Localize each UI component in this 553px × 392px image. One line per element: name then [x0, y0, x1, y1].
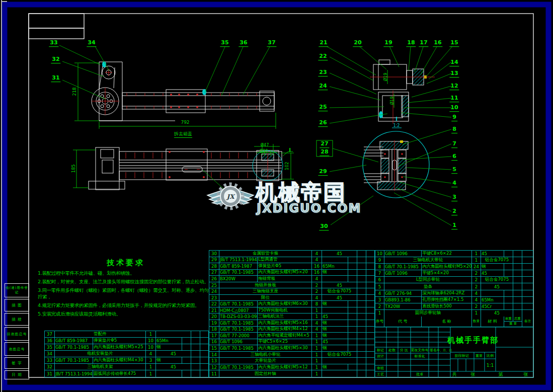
bom-row: 36GB/T 859-1987弹簧垫片Φ51065Mn [45, 338, 208, 344]
bom-header-unit-weight: 单重 [504, 317, 513, 321]
bom-row: 12GB/T 70.1-1985内六角圆柱头螺钉M5×121钢 [209, 364, 374, 371]
bom-row: 13大带轮垫片1 [209, 358, 374, 364]
cad-drawing-page: 3334323135363721201918171615141312111098… [0, 0, 553, 392]
watermark: JX 机械帝国 JXDIGUO.COM [205, 175, 366, 217]
titleblock-sign: 签名 [430, 348, 437, 353]
bom-table-right: 10GB/T 1096平键C8×6×221459三轴电机大带轮1铝合金70758… [375, 250, 533, 327]
bom-row: 11固定丝杆轴1 [209, 370, 374, 377]
bom-row: 19GB/T 70.1-1985内六角圆柱头螺钉M5×164钢 [209, 320, 374, 327]
view-side-elevation [92, 62, 274, 121]
drawing-title: 机械手手臂部 [447, 336, 499, 345]
bom-row: 30金属软管卡箍445 [209, 251, 374, 257]
titleblock-scale-value: 1:1 [487, 363, 494, 368]
bom-row: 31JB/T 7513.1-1994圆弧同步传动带长4751 [45, 370, 208, 377]
view-detail-I [364, 141, 408, 190]
bom-row: 26BX20W拖链背板4 [209, 276, 374, 282]
bom-header-weight-group: 单重 总重 重 量 [504, 317, 522, 327]
watermark-domain: JXDIGUO.COM [257, 201, 361, 215]
bom-row: 3GB893.1-86孔用弹性挡圈47×1.5465Mn [375, 297, 533, 303]
margin-trace-check: 描 校 [5, 313, 29, 326]
bom-row: 35GB/T 70.1-1985内六角圆柱头螺钉M5×2510钢 [45, 344, 208, 351]
title-block-grid [375, 327, 533, 377]
bom-header-row: 序号 代 号 名 称 数量 材 料 单重 总重 重 量 备注 [375, 317, 533, 327]
bom-header-no: 序号 [375, 317, 384, 327]
bom-row: 5垫条245 [375, 283, 533, 290]
margin-base-no: 底图总号 [5, 342, 29, 356]
titleblock-sheet-total: 共 [452, 371, 457, 378]
bom-row: 15GB/T 70.1-1985内六角圆柱头螺钉M5×301钢 [209, 345, 374, 352]
titleblock-sheet-no: 第 [499, 371, 503, 378]
bom-row: 2TX20W直线滑轨长500245Cr [375, 303, 533, 310]
titleblock-check: 审核 [377, 366, 384, 371]
tech-item-5: 5.安装完成后滑块应该能灵活顺利滑动。 [38, 310, 213, 317]
titleblock-approve: 批准 [416, 372, 423, 377]
bom-row: 28GB/T 859-1987弹簧垫片Φ51665Mn [209, 263, 374, 270]
bom-header-name: 名 称 [422, 317, 472, 327]
bom-row: 25拖链并接板245 [209, 282, 374, 289]
titleblock-mark: 标记 [377, 348, 384, 353]
yellow-fastener2 [400, 140, 403, 143]
titleblock-count: 处数 [388, 348, 396, 353]
bom-header-material: 材 料 [481, 317, 504, 327]
bom-row: 6L型同步带轮2铝合金7075 [375, 277, 533, 283]
bom-row: 29JB/T 7513.1-1994L型两通管4 [209, 257, 374, 264]
margin-old-base-no: 旧底图总号 [5, 327, 29, 341]
margin-signature: 签 字 [5, 357, 29, 369]
bom-header-total-weight: 总重 [513, 317, 522, 321]
titleblock-standardization: 标准化 [415, 354, 425, 359]
bom-row: 7GB/T 1096平键5×4×20245 [375, 270, 533, 277]
tech-item-3: 3.同一零件用多件螺钉（螺栓）紧固时，各螺钉（螺栓）需交叉、对称、逐步、均匀拧紧… [38, 287, 213, 300]
bom-row: 23限位445 [209, 295, 374, 301]
bom-row: 1圆同步带轮轴145 [375, 310, 533, 317]
titleblock-sheet-unit2: 张 [524, 371, 528, 378]
bom-row: 16GB/T 1096平键C5×6×25145 [209, 339, 374, 346]
bom-header-weight: 重 量 [504, 322, 522, 327]
bom-row: 18GB/T 70.1-1985内六角圆柱头螺钉M4×124钢 [209, 327, 374, 333]
bom-row: 32三轴电机支架145 [45, 364, 208, 370]
bom-row: 24三轴拖链支座2铝合金7075 [209, 288, 374, 295]
technical-requirements: 技术要求 1.装配过程中零件不允许磕、碰、划伤和锈蚀。 2.装配时，对管夹、支座… [38, 258, 213, 317]
bom-row: 14三轴电机小带轮1铝合金7075 [209, 352, 374, 358]
watermark-logo: JX [205, 176, 256, 216]
titleblock-zone: 分 区 [400, 348, 408, 353]
bom-row: 4GB/T 276-94深沟球轴承6204-2RZ4 [375, 290, 533, 297]
bom-row: 37管配件1 [45, 331, 208, 338]
bom-row: 34电机安装垫片445 [45, 351, 208, 357]
bom-row: 33GB/T 70.1-1985内六角圆柱头螺钉M4×303钢 [45, 357, 208, 364]
dimension-lines [73, 63, 394, 188]
bom-table-right-rows: 10GB/T 1096平键C8×6×221459三轴电机大带轮1铝合金70758… [375, 251, 533, 317]
tech-item-2: 2.装配时，对管夹、支座、法兰及接头等用螺纹连接固定的部位要拧紧，防止松动。 [38, 278, 213, 285]
tech-item-1: 1.装配过程中零件不允许磕、碰、划伤和锈蚀。 [38, 270, 213, 276]
bom-row: 20TB-DZS-03-03-09三轴电机法兰145 [209, 313, 374, 320]
tech-title: 技术要求 [68, 258, 184, 268]
titleblock-stage-mark: 阶段标记 [455, 353, 469, 358]
bom-row: 22GB/T 70.1-1985内六角圆柱头螺钉M6×308钢 [209, 301, 374, 307]
bom-table-left: 37管配件136GB/T 859-1987弹簧垫片Φ51065Mn35GB/T … [44, 331, 209, 377]
bom-header-code: 代 号 [384, 317, 422, 327]
bom-header-qty: 数量 [472, 317, 481, 327]
titleblock-change-no: 更改文件号 [411, 348, 429, 353]
tech-item-4: 4.规定拧紧力矩要求的紧固件，必须采用力矩扳手，并按规定的拧紧力矩紧固。 [38, 302, 213, 308]
titleblock-weight: 重量 [476, 353, 483, 358]
bom-row: 17GB/T 77-2000内六角平端紧定螺钉M4×51钢 [209, 333, 374, 339]
titleblock-scale-label: 比例 [487, 353, 494, 358]
bom-row: 8GB/T 70.1-1985内六角圆柱头螺钉M5×2024钢 [375, 264, 533, 270]
bom-row: 10GB/T 1096平键C8×6×22145 [375, 251, 533, 257]
bom-row: 27GB/T 70.1-1985内六角圆柱头螺钉M5×2016钢 [209, 270, 374, 276]
margin-trace-drawing: 描 图 [5, 299, 29, 311]
bom-header-remark: 备注 [522, 317, 533, 327]
titleblock-design: 设计 [377, 354, 384, 359]
bom-table-center: 30金属软管卡箍44529JB/T 7513.1-1994L型两通管428GB/… [209, 250, 375, 377]
margin-date: 日 期 [5, 370, 29, 379]
titleblock-sheet-unit1: 张 [471, 371, 476, 378]
titleblock-date: 年、月、日 [437, 348, 452, 353]
margin-borrow-record: 借(通)用件登记 [5, 283, 29, 297]
bom-row: 21HDM-C△0807750W伺服电机1 [209, 307, 374, 314]
titleblock-process: 工艺 [377, 372, 384, 377]
watermark-logo-text: JX [226, 193, 236, 200]
bom-row: 9三轴电机大带轮1铝合金7075 [375, 257, 533, 264]
